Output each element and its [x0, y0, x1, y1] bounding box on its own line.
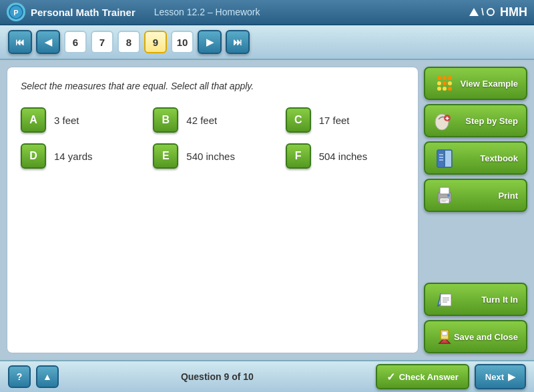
answer-a-button[interactable]: A	[21, 107, 46, 133]
answers-grid: A 3 feet B 42 feet C 17 feet D 14 yards …	[21, 107, 405, 169]
hmh-circle-icon	[487, 8, 495, 16]
turnin-icon	[433, 287, 457, 311]
step-icon: ✦	[433, 109, 457, 133]
step-by-step-icon-area: ✦	[429, 106, 460, 135]
view-example-icon-area	[429, 69, 460, 98]
question-instruction: Select the measures that are equal. Sele…	[21, 81, 405, 91]
main-area: Select the measures that are equal. Sele…	[0, 60, 534, 360]
answer-a[interactable]: A 3 feet	[21, 107, 140, 133]
svg-rect-14	[440, 198, 449, 203]
save-and-close-button[interactable]: Save and Close	[424, 320, 527, 353]
answer-f[interactable]: F 504 inches	[286, 143, 405, 169]
page-9[interactable]: 9	[144, 31, 167, 53]
answer-c-button[interactable]: C	[286, 107, 311, 133]
answer-b-button[interactable]: B	[153, 107, 178, 133]
print-button[interactable]: Print	[424, 179, 527, 212]
content-panel: Select the measures that are equal. Sele…	[7, 67, 419, 353]
textbook-icon-area	[429, 143, 460, 173]
answer-c[interactable]: C 17 feet	[286, 107, 405, 133]
answer-e-button[interactable]: E	[153, 143, 178, 169]
answer-f-text: 504 inches	[319, 151, 368, 162]
svg-text:P: P	[13, 9, 18, 17]
answer-e-text: 540 inches	[186, 151, 235, 162]
question-progress: Question 9 of 10	[181, 371, 254, 382]
hmh-slash: \	[481, 7, 484, 17]
page-8[interactable]: 8	[117, 31, 140, 53]
svg-point-17	[447, 194, 450, 197]
page-10[interactable]: 10	[171, 31, 194, 53]
help-button[interactable]: ?	[8, 365, 31, 388]
answer-c-text: 17 feet	[319, 115, 350, 126]
nav-last-button[interactable]: ⏭	[226, 30, 250, 54]
turn-it-in-button[interactable]: Turn It In	[424, 283, 527, 316]
question-mark-icon: ?	[17, 371, 23, 382]
warning-button[interactable]: ▲	[36, 365, 59, 388]
textbook-button[interactable]: Textbook	[424, 141, 527, 175]
sidebar: View Example ✦ Step by Step	[424, 67, 527, 353]
nav-first-button[interactable]: ⏮	[8, 30, 32, 54]
nav-prev-button[interactable]: ◀	[36, 30, 60, 54]
app-logo: P	[7, 3, 25, 21]
answer-d[interactable]: D 14 yards	[21, 143, 140, 169]
turn-it-in-icon-area	[429, 285, 460, 314]
view-example-button[interactable]: View Example	[424, 67, 527, 100]
app-title: Personal Math Trainer	[31, 7, 136, 18]
svg-text:✦: ✦	[445, 115, 450, 122]
print-label: Print	[498, 191, 518, 201]
svg-rect-13	[440, 187, 449, 194]
view-example-label: View Example	[461, 79, 518, 89]
save-icon	[433, 325, 457, 349]
next-button[interactable]: Next ▶	[475, 364, 526, 389]
nav-bar: ⏮ ◀ 6 7 8 9 10 ▶ ⏭	[0, 25, 534, 60]
page-7[interactable]: 7	[91, 31, 113, 53]
svg-rect-22	[442, 331, 447, 335]
check-answer-label: Check Answer	[399, 372, 459, 382]
answer-f-button[interactable]: F	[286, 143, 311, 169]
answer-b[interactable]: B 42 feet	[153, 107, 272, 133]
arrow-right-icon: ▶	[508, 371, 515, 382]
save-and-close-icon-area	[429, 322, 460, 351]
hmh-text: HMH	[500, 5, 527, 19]
footer-left: ? ▲	[8, 365, 59, 388]
footer-right: ✓ Check Answer Next ▶	[376, 364, 526, 389]
turn-it-in-label: Turn It In	[481, 295, 518, 305]
hmh-branding: \ HMH	[469, 5, 527, 19]
textbook-label: Textbook	[480, 153, 518, 163]
print-icon	[433, 183, 457, 207]
next-label: Next	[485, 372, 504, 382]
answer-a-text: 3 feet	[54, 115, 79, 126]
warning-icon: ▲	[43, 371, 52, 382]
answer-b-text: 42 feet	[186, 115, 217, 126]
svg-rect-8	[437, 150, 445, 167]
answer-d-text: 14 yards	[54, 151, 93, 162]
header-left: P Personal Math Trainer Lesson 12.2 – Ho…	[7, 3, 260, 21]
lesson-title: Lesson 12.2 – Homework	[154, 7, 260, 17]
step-by-step-label: Step by Step	[465, 116, 518, 126]
answer-d-button[interactable]: D	[21, 143, 46, 169]
header: P Personal Math Trainer Lesson 12.2 – Ho…	[0, 0, 534, 25]
nav-next-button[interactable]: ▶	[198, 30, 222, 54]
dots-icon	[437, 76, 452, 91]
footer-bar: ? ▲ Question 9 of 10 ✓ Check Answer Next…	[0, 360, 534, 392]
page-6[interactable]: 6	[64, 31, 87, 53]
step-by-step-button[interactable]: ✦ Step by Step	[424, 104, 527, 137]
print-icon-area	[429, 181, 460, 210]
check-answer-button[interactable]: ✓ Check Answer	[376, 364, 469, 389]
sidebar-spacer	[424, 216, 527, 279]
checkmark-icon: ✓	[386, 371, 395, 383]
answer-e[interactable]: E 540 inches	[153, 143, 272, 169]
hmh-triangle-icon	[469, 8, 479, 16]
save-and-close-label: Save and Close	[454, 332, 518, 342]
book-icon	[433, 146, 457, 170]
